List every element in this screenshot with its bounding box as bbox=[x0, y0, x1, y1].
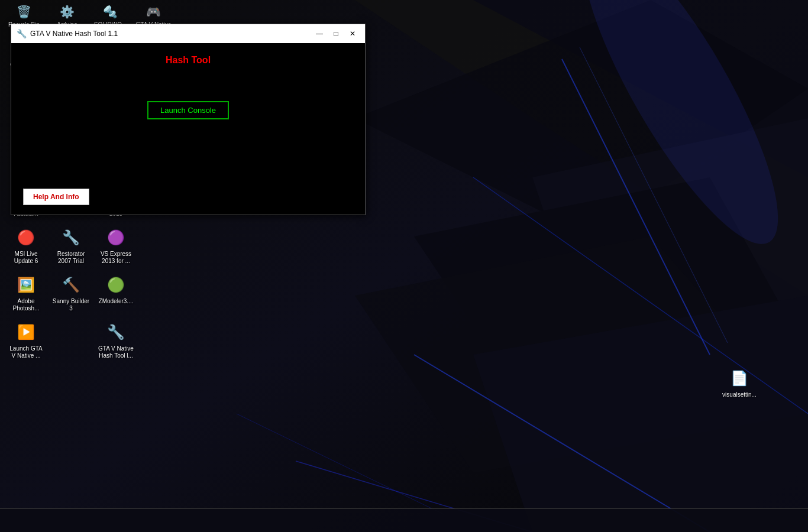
desktop-icon-sanny-builder[interactable]: 🔨 Sanny Builder 3 bbox=[50, 271, 92, 318]
gta-native-hash-label: GTA V Native Hash Tool l... bbox=[97, 345, 135, 359]
desktop-icon-photoshop[interactable]: 🖼️ Adobe Photosh... bbox=[5, 271, 47, 318]
window-content: Hash Tool Launch Console Help And Info bbox=[11, 43, 365, 215]
desktop-icon-msi-live[interactable]: 🔴 MSI Live Update 6 bbox=[5, 223, 47, 271]
restorator-icon: 🔧 bbox=[59, 226, 83, 249]
close-button[interactable]: ✕ bbox=[345, 28, 360, 40]
desktop: 🗑️ Recycle Bin ⚙️ Arduino 🔩 SOLIDWO... 🎮… bbox=[0, 0, 808, 532]
zmodeler-icon: 🟢 bbox=[104, 273, 128, 297]
maximize-button[interactable]: □ bbox=[328, 28, 344, 40]
solidworks-icon: 🔩 bbox=[101, 2, 120, 21]
restorator-label: Restorator 2007 Trial bbox=[52, 251, 90, 265]
gta-v-native-icon: 🎮 bbox=[144, 2, 163, 21]
window-titlebar: 🔧 GTA V Native Hash Tool 1.1 — □ ✕ bbox=[11, 24, 365, 43]
zmodeler-label: ZModeler3.... bbox=[99, 298, 134, 305]
sanny-builder-icon: 🔨 bbox=[59, 273, 83, 297]
hash-tool-title: Hash Tool bbox=[166, 55, 211, 66]
desktop-icon-empty-1 bbox=[50, 318, 92, 365]
minimize-button[interactable]: — bbox=[312, 28, 327, 40]
visualsettings-icon: 📄 bbox=[728, 366, 751, 390]
desktop-icon-gta-native-hash[interactable]: 🔧 GTA V Native Hash Tool l... bbox=[95, 318, 137, 365]
arduino-icon: ⚙️ bbox=[58, 2, 77, 21]
launch-gta-label: Launch GTA V Native ... bbox=[7, 345, 45, 359]
desktop-icon-vs-express[interactable]: 🟣 VS Express 2013 for ... bbox=[95, 223, 137, 271]
visualsettings-label: visualsettin... bbox=[722, 391, 757, 398]
window-app-icon: 🔧 bbox=[16, 28, 27, 39]
help-and-info-button[interactable]: Help And Info bbox=[23, 189, 89, 205]
gta-hash-tool-window: 🔧 GTA V Native Hash Tool 1.1 — □ ✕ Hash … bbox=[11, 24, 366, 215]
launch-gta-icon: ▶️ bbox=[14, 320, 38, 344]
vs-express-label: VS Express 2013 for ... bbox=[97, 251, 135, 265]
empty-slot-1 bbox=[59, 320, 83, 344]
desktop-icon-zmodeler[interactable]: 🟢 ZModeler3.... bbox=[95, 271, 137, 318]
window-controls: — □ ✕ bbox=[312, 28, 360, 40]
taskbar bbox=[0, 508, 808, 532]
vs-express-icon: 🟣 bbox=[104, 226, 128, 249]
window-title: GTA V Native Hash Tool 1.1 bbox=[30, 30, 312, 38]
photoshop-label: Adobe Photosh... bbox=[7, 298, 45, 312]
msi-icon: 🔴 bbox=[14, 226, 38, 249]
desktop-icon-launch-gta[interactable]: ▶️ Launch GTA V Native ... bbox=[5, 318, 47, 365]
launch-console-button[interactable]: Launch Console bbox=[147, 101, 229, 119]
desktop-icon-visualsettings[interactable]: 📄 visualsettin... bbox=[718, 366, 761, 398]
msi-label: MSI Live Update 6 bbox=[7, 251, 45, 265]
desktop-icon-restorator[interactable]: 🔧 Restorator 2007 Trial bbox=[50, 223, 92, 271]
recycle-bin-icon: 🗑️ bbox=[15, 2, 34, 21]
photoshop-icon: 🖼️ bbox=[14, 273, 38, 297]
sanny-builder-label: Sanny Builder 3 bbox=[52, 298, 90, 312]
gta-native-hash-icon: 🔧 bbox=[104, 320, 128, 344]
